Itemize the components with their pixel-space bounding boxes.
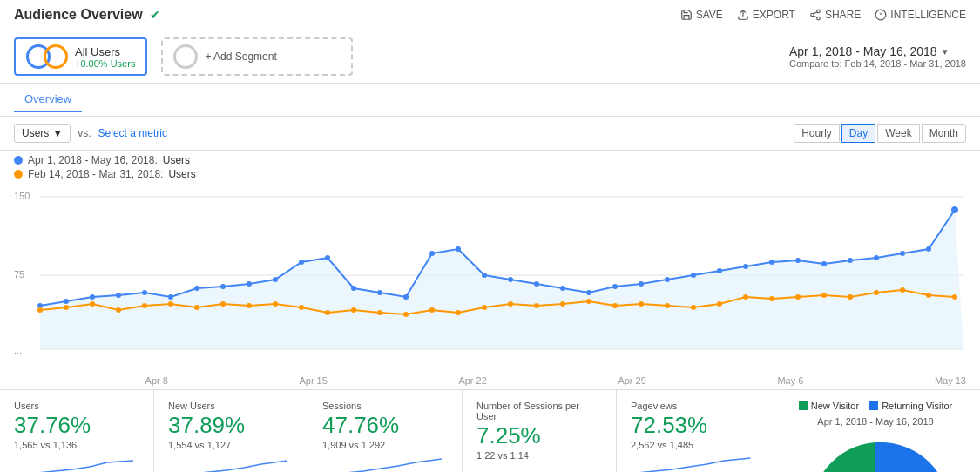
x-label-apr22: Apr 22 — [458, 375, 486, 386]
svg-point-22 — [194, 286, 199, 291]
segment-name: All Users — [75, 45, 135, 58]
legend-dot-blue — [14, 156, 23, 165]
stats-main: Users 37.76% 1,565 vs 1,136 New Users 37… — [0, 390, 771, 472]
svg-point-23 — [220, 284, 226, 289]
date-range-block[interactable]: Apr 1, 2018 - May 16, 2018 ▼ Compare to:… — [789, 44, 966, 69]
verified-icon: ✔ — [150, 8, 160, 22]
main-chart: 150 75 ... — [14, 184, 966, 358]
add-segment-circle — [173, 44, 198, 69]
stat-values-users: 1,565 vs 1,136 — [14, 440, 139, 450]
mini-chart-sessions-per-user — [476, 464, 602, 472]
mini-chart-new-users — [168, 454, 294, 472]
svg-point-62 — [299, 305, 304, 310]
select-metric-link[interactable]: Select a metric — [98, 127, 167, 139]
svg-point-17 — [64, 299, 69, 304]
stat-values-pageviews: 2,562 vs 1,485 — [631, 440, 757, 450]
stat-values-new-users: 1,554 vs 1,127 — [168, 440, 294, 450]
x-label-apr15: Apr 15 — [299, 375, 327, 386]
time-buttons: Hourly Day Week Month — [794, 124, 966, 143]
pie-dot-new — [799, 401, 808, 410]
svg-point-52 — [37, 307, 43, 313]
svg-point-21 — [168, 294, 173, 300]
svg-point-84 — [874, 290, 879, 295]
stats-section: Users 37.76% 1,565 vs 1,136 New Users 37… — [0, 389, 980, 472]
svg-point-64 — [351, 307, 356, 313]
share-button[interactable]: SHARE — [809, 9, 861, 21]
stat-label-users: Users — [14, 401, 139, 411]
svg-point-31 — [429, 251, 435, 256]
svg-point-61 — [273, 301, 278, 307]
svg-point-69 — [482, 305, 487, 310]
x-label-may6: May 6 — [777, 375, 803, 386]
stat-label-sessions: Sessions — [322, 401, 448, 411]
chart-area: 150 75 ... — [0, 184, 980, 375]
svg-point-81 — [795, 294, 801, 300]
svg-line-5 — [814, 12, 817, 14]
svg-point-59 — [220, 301, 226, 307]
svg-point-86 — [926, 293, 931, 298]
top-bar-actions: SAVE EXPORT SHARE INTELLIGENCE — [680, 9, 966, 21]
segment-pill[interactable]: All Users +0.00% Users — [14, 37, 147, 76]
time-btn-hourly[interactable]: Hourly — [794, 124, 840, 143]
svg-point-42 — [717, 268, 722, 273]
svg-point-19 — [116, 293, 121, 298]
time-btn-month[interactable]: Month — [922, 124, 966, 143]
svg-point-46 — [821, 261, 827, 266]
svg-point-55 — [116, 307, 121, 313]
segment-circles — [26, 44, 68, 69]
save-button[interactable]: SAVE — [680, 9, 723, 21]
svg-point-74 — [612, 303, 618, 308]
tabs-row: Overview — [0, 84, 980, 117]
svg-point-32 — [456, 246, 461, 252]
export-button[interactable]: EXPORT — [737, 9, 795, 21]
dropdown-arrow-metric: ▼ — [52, 127, 63, 139]
controls-left: Users ▼ vs. Select a metric — [14, 124, 167, 143]
svg-point-1 — [817, 10, 821, 12]
stat-label-sessions-per-user: Number of Sessions per User — [476, 401, 602, 421]
intelligence-button[interactable]: INTELLIGENCE — [875, 9, 966, 21]
x-label-apr8: Apr 8 — [145, 375, 168, 386]
svg-point-82 — [821, 293, 827, 298]
svg-point-43 — [743, 264, 748, 269]
svg-point-80 — [769, 296, 774, 301]
svg-point-27 — [325, 255, 330, 260]
pie-slice-new — [811, 442, 875, 472]
svg-point-63 — [325, 310, 330, 315]
svg-text:150: 150 — [14, 191, 30, 201]
stat-pct-new-users: 37.89% — [168, 413, 294, 438]
dropdown-arrow: ▼ — [941, 47, 950, 57]
svg-point-87 — [952, 294, 957, 300]
svg-point-85 — [900, 287, 905, 293]
svg-point-39 — [639, 281, 644, 287]
svg-point-79 — [743, 294, 748, 300]
stat-card-new-users: New Users 37.89% 1,554 vs 1,127 — [154, 390, 308, 472]
tab-overview[interactable]: Overview — [14, 87, 82, 112]
add-segment-button[interactable]: + Add Segment — [161, 37, 353, 76]
svg-point-57 — [168, 301, 173, 307]
svg-point-30 — [403, 294, 409, 300]
stats-grid-top: Users 37.76% 1,565 vs 1,136 New Users 37… — [0, 390, 771, 472]
pie-section: New Visitor Returning Visitor Apr 1, 201… — [771, 390, 980, 472]
time-btn-week[interactable]: Week — [877, 124, 919, 143]
svg-point-20 — [142, 290, 147, 295]
stat-pct-users: 37.76% — [14, 413, 139, 438]
stat-label-new-users: New Users — [168, 401, 294, 411]
svg-point-65 — [377, 310, 382, 315]
legend-dot-orange — [14, 170, 23, 179]
svg-point-26 — [299, 260, 304, 265]
svg-point-34 — [508, 277, 513, 282]
time-btn-day[interactable]: Day — [841, 124, 875, 143]
svg-point-70 — [508, 301, 513, 307]
svg-point-37 — [586, 290, 591, 295]
svg-point-71 — [534, 303, 539, 308]
stat-card-pageviews: Pageviews 72.53% 2,562 vs 1,485 — [617, 390, 771, 472]
pie-legend: New Visitor Returning Visitor — [799, 401, 953, 411]
pie-legend-new: New Visitor — [799, 401, 859, 411]
mini-chart-pageviews — [631, 454, 757, 472]
metric-select[interactable]: Users ▼ — [14, 124, 71, 143]
svg-text:...: ... — [14, 345, 22, 355]
pie-date: Apr 1, 2018 - May 16, 2018 — [817, 416, 933, 427]
svg-point-44 — [769, 260, 774, 265]
mini-chart-users — [14, 454, 139, 472]
legend-item-blue: Apr 1, 2018 - May 16, 2018: Users — [14, 154, 966, 166]
